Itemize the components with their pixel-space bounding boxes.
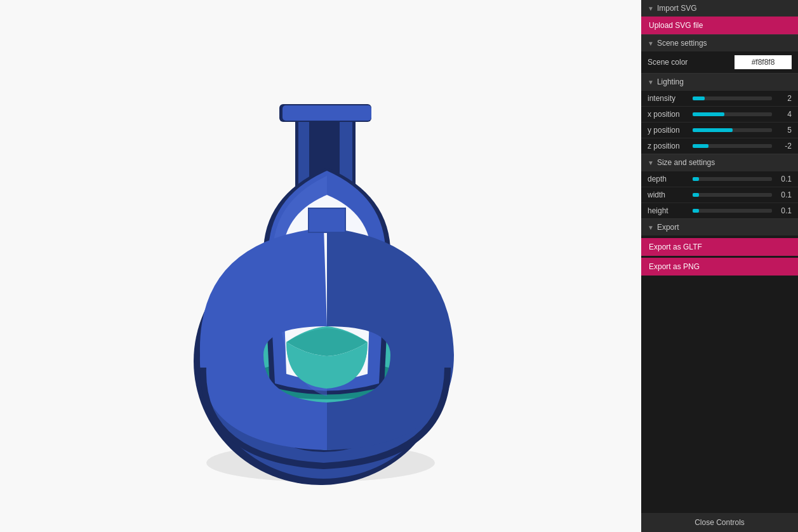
x-position-row: x position 4 [641,106,798,122]
lighting-section: intensity 2 x position 4 y position 5 z … [641,90,798,154]
depth-label: depth [648,175,689,183]
export-label: Export [657,223,679,232]
depth-row: depth 0.1 [641,171,798,187]
depth-slider[interactable] [693,177,772,181]
scene-settings-header[interactable]: ▼ Scene settings [641,34,798,51]
width-row: width 0.1 [641,187,798,203]
z-position-row: z position -2 [641,138,798,154]
chevron-import-icon: ▼ [648,5,654,12]
size-settings-label: Size and settings [657,158,715,167]
size-settings-header[interactable]: ▼ Size and settings [641,154,798,171]
intensity-slider[interactable] [693,96,772,100]
import-svg-label: Import SVG [657,4,697,13]
close-controls-button[interactable]: Close Controls [641,513,798,532]
width-value: 0.1 [776,190,792,199]
import-svg-header[interactable]: ▼ Import SVG [641,0,798,17]
size-section: depth 0.1 width 0.1 height 0.1 [641,171,798,218]
export-gltf-button[interactable]: Export as GLTF [641,238,798,256]
y-position-label: y position [648,126,689,135]
chevron-export-icon: ▼ [648,224,654,231]
export-png-button[interactable]: Export as PNG [641,258,798,276]
svg-rect-12 [309,209,345,232]
canvas-area [0,0,641,532]
intensity-label: intensity [648,94,689,103]
width-slider[interactable] [693,193,772,197]
upload-svg-button[interactable]: Upload SVG file [641,17,798,34]
y-position-slider[interactable] [693,128,772,132]
flask-container [162,44,479,488]
x-position-slider[interactable] [693,112,772,116]
right-panel: ▼ Import SVG Upload SVG file ▼ Scene set… [641,0,798,532]
z-position-value: -2 [776,142,792,150]
svg-rect-10 [283,105,371,121]
export-section: Export as GLTF Export as PNG [641,236,798,278]
scene-color-label: Scene color [648,58,729,67]
height-label: height [648,206,689,215]
width-label: width [648,190,689,199]
export-header[interactable]: ▼ Export [641,218,798,236]
height-row: height 0.1 [641,203,798,218]
height-slider[interactable] [693,209,772,213]
height-value: 0.1 [776,206,792,215]
y-position-row: y position 5 [641,122,798,138]
scene-color-input[interactable] [735,55,792,69]
lighting-header[interactable]: ▼ Lighting [641,73,798,90]
y-position-value: 5 [776,126,792,135]
chevron-lighting-icon: ▼ [648,79,654,86]
z-position-label: z position [648,142,689,150]
x-position-label: x position [648,110,689,119]
x-position-value: 4 [776,110,792,119]
lighting-label: Lighting [657,77,684,86]
intensity-row: intensity 2 [641,90,798,106]
scene-color-row: Scene color [641,51,798,73]
chevron-scene-icon: ▼ [648,40,654,47]
intensity-value: 2 [776,94,792,103]
depth-value: 0.1 [776,175,792,183]
z-position-slider[interactable] [693,144,772,148]
scene-settings-label: Scene settings [657,39,707,48]
chevron-size-icon: ▼ [648,159,654,166]
